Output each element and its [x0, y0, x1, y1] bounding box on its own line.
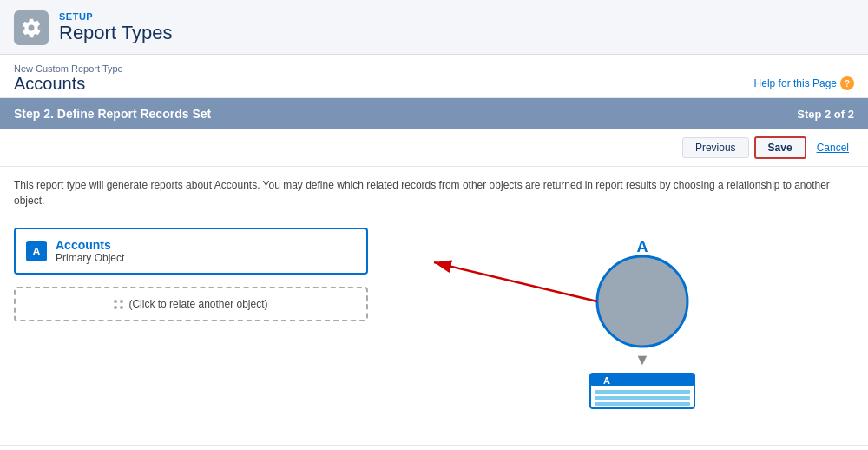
description-text: This report type will generate reports a… [0, 167, 868, 219]
accounts-info: Accounts Primary Object [56, 238, 124, 264]
page-title: Report Types [59, 22, 172, 44]
svg-text:A: A [603, 375, 610, 386]
step-bar: Step 2. Define Report Records Set Step 2… [0, 98, 868, 129]
save-button-top[interactable]: Save [754, 136, 806, 159]
step-bar-title: Step 2. Define Report Records Set [14, 107, 211, 121]
record-name: Accounts [14, 74, 123, 94]
page-header: SETUP Report Types [0, 0, 868, 55]
help-link-text: Help for this Page [754, 77, 837, 89]
left-panel: A Accounts Primary Object (Click to rela… [0, 219, 382, 436]
svg-text:▼: ▼ [635, 351, 650, 368]
svg-rect-6 [595, 390, 690, 394]
footer-toolbar: Previous Save Cancel [0, 445, 868, 450]
breadcrumb: New Custom Report Type [14, 63, 123, 74]
accounts-card[interactable]: A Accounts Primary Object [14, 228, 368, 275]
previous-button-top[interactable]: Previous [682, 137, 749, 158]
subheader-left: New Custom Report Type Accounts [14, 63, 123, 94]
top-toolbar: Previous Save Cancel [0, 129, 868, 167]
accounts-sublabel: Primary Object [56, 252, 124, 264]
svg-point-1 [597, 256, 687, 347]
accounts-badge: A [26, 241, 47, 261]
main-body: A Accounts Primary Object (Click to rela… [0, 219, 868, 445]
relate-another-object-box[interactable]: (Click to relate another object) [14, 287, 368, 321]
svg-rect-7 [595, 396, 690, 400]
right-panel: A ▼ A [382, 219, 868, 436]
setup-icon [14, 10, 49, 45]
diagram-svg: A ▼ A [503, 236, 781, 410]
relate-box-label: (Click to relate another object) [128, 298, 267, 310]
svg-line-10 [434, 262, 597, 301]
svg-text:A: A [637, 238, 648, 255]
relate-box-inner: (Click to relate another object) [114, 298, 267, 310]
step-bar-count: Step 2 of 2 [797, 108, 854, 121]
relate-dots-icon [114, 300, 123, 309]
subheader: New Custom Report Type Accounts Help for… [0, 55, 868, 98]
diagram-area: A ▼ A [382, 228, 868, 410]
help-link[interactable]: Help for this Page ? [754, 76, 854, 94]
gear-svg [21, 17, 42, 38]
cancel-button-top[interactable]: Cancel [812, 138, 854, 157]
svg-rect-8 [595, 402, 690, 406]
accounts-name: Accounts [56, 238, 124, 252]
help-icon: ? [840, 76, 854, 90]
setup-label: SETUP [59, 11, 172, 22]
header-text-block: SETUP Report Types [59, 11, 172, 44]
